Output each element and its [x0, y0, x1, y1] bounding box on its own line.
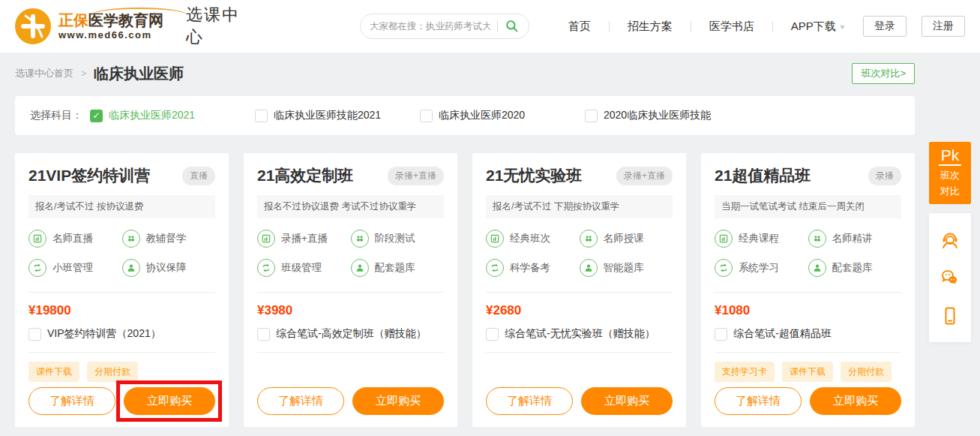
filter-option-label: 临床执业医师2021 — [109, 109, 195, 122]
feature-label: 智能题库 — [604, 261, 644, 275]
site-logo[interactable]: 正保医学教育网 www.med66.com — [15, 8, 163, 44]
feature-label: 录播+直播 — [281, 232, 328, 245]
filter-option: 临床执业医师2021 — [90, 109, 255, 122]
course-checkbox[interactable] — [715, 328, 727, 341]
course-price: ¥1080 — [715, 303, 901, 318]
feature-label: 教辅督学 — [146, 232, 187, 245]
feature-label: 名师授课 — [604, 232, 644, 245]
course-policy: 报名不过协议退费 考试不过协议重学 — [257, 195, 444, 218]
tag-row: 课件下载 分期付款 — [28, 362, 215, 382]
feature-label: 协议保障 — [146, 261, 187, 275]
feature-label: 配套题库 — [375, 261, 415, 275]
course-price: ¥19800 — [28, 303, 215, 318]
sidebar-icon-box — [929, 213, 971, 342]
filter-label: 选择科目： — [30, 109, 82, 122]
search-divider — [497, 20, 498, 32]
detail-button[interactable]: 了解详情 — [486, 387, 573, 415]
course-checkbox[interactable] — [486, 328, 499, 341]
brand-arc-decoration — [91, 8, 187, 15]
checkbox-unchecked[interactable] — [255, 110, 268, 122]
nav-item-admissions[interactable]: 招生方案 — [610, 20, 691, 34]
feature-label: 经典课程 — [739, 232, 779, 245]
tag: 课件下载 — [28, 362, 79, 382]
person-icon — [351, 259, 369, 277]
feature-grid: 录播+直播 阶段测试 班级管理 配套题库 — [257, 230, 444, 277]
course-price: ¥2680 — [486, 303, 673, 318]
search-icon[interactable] — [505, 19, 520, 34]
buy-now-button[interactable]: 立即购买 — [352, 387, 444, 415]
nav-item-home[interactable]: 首页 — [550, 20, 609, 34]
top-header: 正保医学教育网 www.med66.com 选课中心 首页 招生方案 医学书店 … — [0, 0, 980, 53]
people-icon — [580, 230, 598, 248]
course-policy: 报名/考试不过 按协议退费 — [28, 195, 215, 218]
class-compare-button[interactable]: 班次对比> — [852, 63, 915, 84]
cycle-arrows-icon — [28, 259, 46, 277]
floating-sidebar: Pk 班次 对比 — [929, 142, 971, 342]
cycle-arrows-icon — [486, 259, 504, 277]
pk-line1: 班次 — [929, 169, 971, 182]
filter-option: 临床执业医师2020 — [420, 109, 585, 122]
filter-option: 临床执业医师技能2021 — [255, 109, 420, 122]
live-screen-icon — [257, 230, 275, 248]
live-screen-icon — [486, 230, 504, 248]
feature-label: 配套题库 — [832, 261, 873, 275]
course-checkbox[interactable] — [28, 328, 41, 341]
register-button[interactable]: 注册 — [922, 16, 965, 37]
breadcrumb-separator: > — [81, 68, 86, 79]
checkbox-checked[interactable] — [90, 110, 103, 122]
feature-grid: 经典课程 名师精讲 系统学习 配套题库 — [715, 230, 901, 277]
nav-item-app-label: APP下载 — [791, 20, 836, 34]
course-type-badge: 录播 — [868, 167, 901, 185]
tag-row: 支持学习卡 课件下载 分期付款 — [715, 362, 901, 382]
mobile-icon[interactable] — [939, 305, 961, 327]
course-card-gaoxiao: 21高效定制班 录播+直播 报名不过协议退费 考试不过协议重学 录播+直播 阶段… — [244, 153, 457, 427]
course-title: 21高效定制班 — [257, 165, 353, 186]
page-title: 选课中心 — [186, 4, 256, 49]
auth-buttons: 登录 注册 — [863, 16, 965, 37]
subject-filter-bar: 选择科目： 临床执业医师2021 临床执业医师技能2021 临床执业医师2020… — [15, 96, 915, 135]
breadcrumb-row: 选课中心首页 > 临床执业医师 班次对比> — [15, 63, 915, 84]
tag: 分期付款 — [87, 362, 138, 382]
live-screen-icon — [715, 230, 733, 248]
live-screen-icon — [28, 230, 46, 248]
filter-option: 2020临床执业医师技能 — [585, 109, 750, 122]
customer-service-icon[interactable] — [939, 229, 961, 251]
cycle-arrows-icon — [715, 259, 733, 277]
course-checkbox[interactable] — [257, 328, 270, 341]
checkbox-unchecked[interactable] — [585, 110, 598, 122]
feature-label: 科学备考 — [510, 261, 550, 275]
nav-item-bookstore[interactable]: 医学书店 — [691, 20, 772, 34]
detail-button[interactable]: 了解详情 — [28, 387, 115, 415]
person-icon — [808, 259, 826, 277]
brand-text: 正保医学教育网 www.med66.com — [58, 12, 163, 41]
people-icon — [808, 230, 826, 248]
checkbox-unchecked[interactable] — [420, 110, 433, 122]
site-url: www.med66.com — [58, 30, 163, 41]
filter-option-label: 临床执业医师技能2021 — [274, 109, 381, 122]
feature-label: 系统学习 — [739, 261, 779, 275]
breadcrumb-current: 临床执业医师 — [94, 64, 184, 84]
detail-button[interactable]: 了解详情 — [257, 387, 344, 415]
course-policy: 当期一试笔试考试 结束后一周关闭 — [715, 195, 901, 218]
feature-grid: 经典班次 名师授课 科学备考 智能题库 — [486, 230, 673, 277]
buy-now-button[interactable]: 立即购买 — [581, 387, 673, 415]
wechat-icon[interactable] — [939, 266, 961, 289]
course-card-wuyou: 21无忧实验班 录播+直播 报名/考试不过 下期按协议重学 经典班次 名师授课 … — [472, 153, 686, 427]
pk-compare-widget[interactable]: Pk 班次 对比 — [929, 142, 971, 204]
feature-label: 经典班次 — [510, 232, 550, 245]
cycle-arrows-icon — [257, 259, 275, 277]
feature-label: 阶段测试 — [375, 232, 415, 245]
detail-button[interactable]: 了解详情 — [715, 387, 802, 415]
pk-label: Pk — [939, 147, 962, 166]
nav-item-app-download[interactable]: APP下载 ∨ — [773, 20, 863, 34]
breadcrumb-home-link[interactable]: 选课中心首页 — [15, 67, 73, 80]
login-button[interactable]: 登录 — [863, 16, 907, 37]
buy-now-button[interactable]: 立即购买 — [124, 387, 215, 415]
person-icon — [122, 259, 140, 277]
course-title: 21VIP签约特训营 — [28, 165, 150, 186]
search-input[interactable] — [370, 21, 490, 32]
people-icon — [351, 230, 369, 248]
feature-label: 名师直播 — [52, 232, 93, 245]
course-type-badge: 录播+直播 — [388, 167, 444, 185]
buy-now-button[interactable]: 立即购买 — [810, 387, 901, 415]
